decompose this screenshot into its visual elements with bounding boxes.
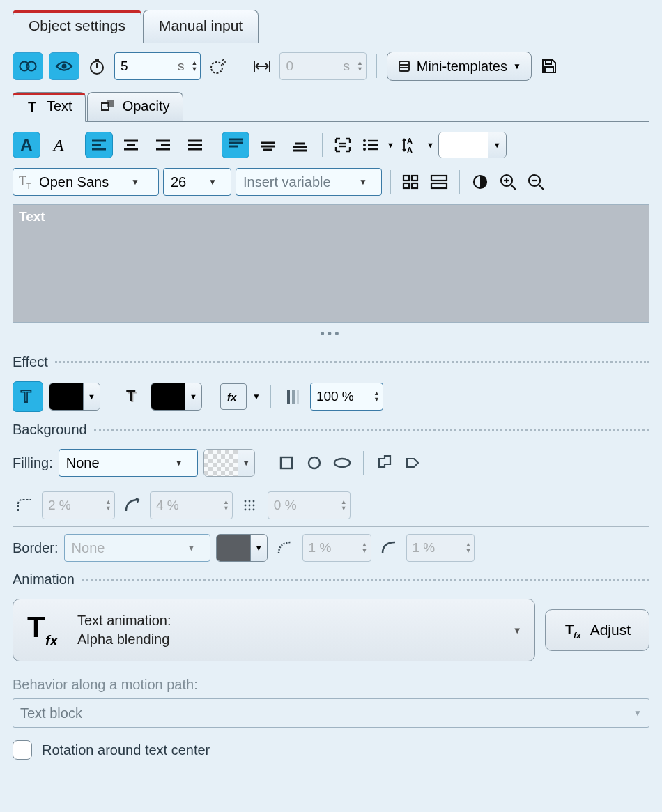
chevron-down-icon[interactable]: ▼ xyxy=(83,383,100,410)
format-row-2: TT ▼ ▼ ▼ xyxy=(13,168,649,196)
insert-variable-field[interactable] xyxy=(236,171,353,193)
zoom-in-button[interactable] xyxy=(496,170,520,194)
svg-rect-51 xyxy=(403,183,409,188)
font-family-field[interactable] xyxy=(35,171,125,193)
separator xyxy=(459,170,460,194)
outline-effect-button[interactable]: T xyxy=(13,381,43,412)
shape-custom1-button[interactable] xyxy=(374,452,396,474)
resize-handle[interactable]: ••• xyxy=(13,323,649,344)
effect-row: T ▼ TT ▼ fx ▼ ▲▼ xyxy=(13,381,649,412)
preview-button[interactable] xyxy=(49,52,79,80)
align-right-button[interactable] xyxy=(149,132,177,158)
list-style-button[interactable] xyxy=(359,133,383,157)
shape-custom2-button[interactable] xyxy=(401,452,424,474)
duration-field[interactable] xyxy=(115,56,178,77)
svg-rect-50 xyxy=(412,176,417,181)
chevron-down-icon[interactable]: ▼ xyxy=(238,450,254,476)
stopwatch-button[interactable] xyxy=(85,54,109,78)
border-label: Border: xyxy=(13,540,59,556)
font-family-dropdown[interactable]: TT ▼ xyxy=(13,168,159,196)
animation-selector[interactable]: Tfx Text animation: Alpha blending ▼ xyxy=(13,599,535,661)
shape-ellipse-button[interactable] xyxy=(331,452,353,474)
text-frame-button[interactable] xyxy=(331,133,355,157)
tab-text[interactable]: T Text xyxy=(13,92,86,122)
chevron-down-icon[interactable]: ▼ xyxy=(203,177,222,187)
bold-button[interactable]: A xyxy=(13,132,40,158)
svg-text:T: T xyxy=(126,387,136,404)
border-color-picker[interactable]: ▼ xyxy=(216,534,268,562)
font-size-dropdown[interactable]: ▼ xyxy=(163,168,231,196)
line-height-button[interactable]: AA xyxy=(399,133,422,157)
valign-middle-button[interactable] xyxy=(254,132,282,158)
chevron-down-icon[interactable]: ▼ xyxy=(169,458,189,468)
width-fit-button[interactable] xyxy=(250,54,274,78)
align-center-button[interactable] xyxy=(117,132,145,158)
adjust-button[interactable]: Tfx Adjust xyxy=(545,609,649,651)
opacity-gradient-button[interactable] xyxy=(281,385,305,408)
chevron-down-icon[interactable]: ▼ xyxy=(353,177,373,187)
link-visibility-button[interactable] xyxy=(13,52,43,80)
svg-rect-49 xyxy=(403,176,409,181)
arc-icon-btn[interactable] xyxy=(121,493,144,517)
chevron-down-icon[interactable]: ▼ xyxy=(250,535,267,561)
italic-button[interactable]: A xyxy=(45,132,72,158)
spinner-arrows[interactable]: ▲▼ xyxy=(371,390,383,403)
outline-color-picker[interactable]: ▼ xyxy=(49,383,100,411)
chevron-down-icon[interactable]: ▼ xyxy=(252,392,261,401)
zoom-out-button[interactable] xyxy=(524,170,548,194)
svg-rect-52 xyxy=(412,183,417,188)
effect-opacity-field[interactable] xyxy=(311,386,371,407)
distribute-columns-button[interactable] xyxy=(399,170,423,194)
shape-rect-button[interactable] xyxy=(275,452,298,474)
valign-bottom-button[interactable] xyxy=(286,132,314,158)
dash-icon-btn[interactable] xyxy=(273,536,297,560)
align-left-button[interactable] xyxy=(85,132,113,158)
chevron-down-icon[interactable]: ▼ xyxy=(185,383,201,410)
svg-line-57 xyxy=(511,185,516,190)
svg-text:fx: fx xyxy=(227,391,237,403)
svg-point-76 xyxy=(244,505,246,507)
text-color-picker[interactable]: ▼ xyxy=(438,132,507,158)
corner-radius-icon xyxy=(15,497,33,514)
chevron-down-icon[interactable]: ▼ xyxy=(125,177,145,187)
shadow-color-picker[interactable]: ▼ xyxy=(151,383,202,411)
rotation-checkbox[interactable] xyxy=(13,740,32,760)
shape-circle-button[interactable] xyxy=(303,452,325,474)
duration-input[interactable]: s ▲▼ xyxy=(114,52,201,80)
fx-button[interactable]: fx xyxy=(220,383,247,410)
chevron-down-icon[interactable]: ▼ xyxy=(488,132,506,158)
shadow-effect-button[interactable]: TT xyxy=(121,385,145,408)
text-editor-placeholder: Text xyxy=(19,209,45,224)
chevron-down-icon[interactable]: ▼ xyxy=(387,141,394,149)
blur-icon-btn[interactable] xyxy=(238,493,262,517)
font-size-field[interactable] xyxy=(164,171,203,193)
valign-top-button[interactable] xyxy=(222,132,249,158)
corner-radius-icon-btn[interactable] xyxy=(13,493,36,517)
tab-object-settings[interactable]: Object settings xyxy=(13,10,141,43)
checker-swatch xyxy=(204,450,238,476)
duration-unit: s xyxy=(178,59,189,74)
tab-opacity[interactable]: Opacity xyxy=(87,92,183,121)
chevron-down-icon[interactable]: ▼ xyxy=(426,141,434,149)
filling-color-picker[interactable]: ▼ xyxy=(203,449,255,477)
line-height-icon: AA xyxy=(401,136,419,154)
insert-variable-dropdown[interactable]: ▼ xyxy=(236,168,382,196)
mini-templates-dropdown[interactable]: Mini-templates ▼ xyxy=(387,52,532,81)
distribute-rows-button[interactable] xyxy=(427,170,451,194)
tab-manual-input[interactable]: Manual input xyxy=(143,10,259,43)
filling-dropdown[interactable]: ▼ xyxy=(59,449,198,477)
timing-row: s ▲▼ s ▲▼ Mini-templates ▼ xyxy=(13,52,649,81)
offset-input: s ▲▼ xyxy=(279,52,366,80)
save-template-button[interactable] xyxy=(537,54,561,78)
effect-opacity-input[interactable]: ▲▼ xyxy=(310,383,383,411)
columns-icon xyxy=(402,174,420,190)
svg-rect-68 xyxy=(292,390,295,404)
curve-icon-btn[interactable] xyxy=(377,536,401,560)
contrast-button[interactable] xyxy=(468,170,492,194)
text-editor[interactable]: Text xyxy=(13,204,649,323)
valign-middle-icon xyxy=(259,137,276,153)
align-justify-button[interactable] xyxy=(181,132,209,158)
filling-field[interactable] xyxy=(59,452,169,474)
random-duration-button[interactable] xyxy=(206,54,230,78)
spinner-arrows[interactable]: ▲▼ xyxy=(189,60,201,72)
